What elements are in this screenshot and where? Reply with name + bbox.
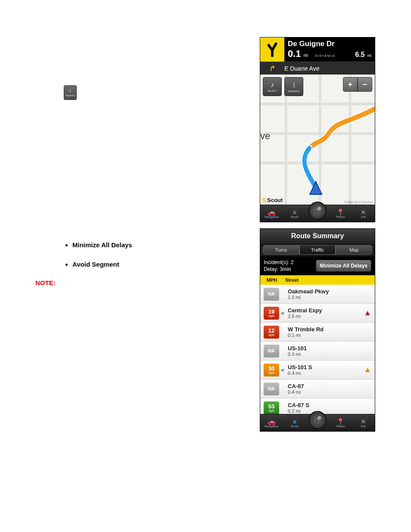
- segment-text: Oakmead Pkwy1.0 mi: [285, 288, 371, 300]
- minus-icon: −: [363, 80, 367, 89]
- nav-tabbar: 🚗Navigation ≡Route 🎤 📍Places ✕Exit: [260, 205, 375, 222]
- turn-right-icon: ↱: [260, 64, 284, 73]
- column-headers: MPH Street: [260, 275, 375, 285]
- traffic-label: TRAFFIC: [288, 90, 299, 93]
- bullet-minimize: Minimize All Delays: [72, 241, 132, 249]
- traffic-row[interactable]: 12mphW Trimble Rd0.1 mi: [260, 323, 375, 342]
- traffic-light-icon: ⁞: [69, 88, 71, 93]
- segment-text: Central Expy2.5 mi: [285, 307, 364, 319]
- mic-icon: 🎤: [313, 206, 322, 215]
- delay-text: Delay: 3min: [264, 266, 293, 273]
- trip-distance: 6.5: [355, 51, 364, 59]
- primary-unit: mi: [304, 53, 308, 58]
- music-label: MUSIC: [268, 90, 277, 92]
- pin-icon: 📍: [336, 418, 345, 425]
- fork-right-icon: [260, 37, 284, 62]
- segment-text: W Trimble Rd0.1 mi: [285, 326, 371, 338]
- trip-unit: mi: [367, 53, 372, 58]
- nav-header-primary: De Guigne Dr 0.1 mi DISTANCE 6.5 mi: [260, 37, 375, 62]
- speed-badge: 30mph: [264, 364, 279, 376]
- speed-badge: NA: [264, 345, 279, 358]
- note-label: NOTE:: [35, 279, 56, 286]
- speed-badge: 19mph: [264, 307, 279, 320]
- scout-logo-icon: S: [262, 196, 266, 204]
- pin-icon: 📍: [336, 209, 345, 215]
- seg-turns[interactable]: Turns: [263, 245, 299, 255]
- speed-badge: NA: [264, 288, 279, 301]
- nav-header-next: ↱ E Duane Ave: [260, 62, 375, 75]
- bullet-avoid: Avoid Segment: [72, 261, 132, 268]
- traffic-chip-label: TRAFFIC: [65, 94, 75, 97]
- traffic-row[interactable]: NAUS-1010.3 mi: [260, 342, 375, 361]
- zoom-in-button[interactable]: +: [343, 77, 358, 92]
- traffic-segment-list[interactable]: NAOakmead Pkwy1.0 mi19mph◀Central Expy2.…: [260, 285, 375, 414]
- primary-street: De Guigne Dr: [288, 40, 371, 48]
- tab-nav-label: Navigation: [265, 215, 279, 218]
- tab-navigation[interactable]: 🚗Navigation: [260, 418, 283, 428]
- segmented-control: Turns Traffic Map: [260, 243, 375, 256]
- traffic-row[interactable]: 19mph◀Central Expy2.5 mi▲: [260, 304, 375, 323]
- traffic-row[interactable]: NAOakmead Pkwy1.0 mi: [260, 285, 375, 304]
- tab-exit[interactable]: ✕Exit: [352, 418, 375, 428]
- tab-places-label: Places: [336, 425, 345, 428]
- minimize-delays-button[interactable]: Minimize All Delays: [316, 260, 371, 272]
- tab-route[interactable]: ≡Route: [283, 418, 306, 428]
- tab-route-label: Route: [290, 425, 299, 428]
- sound-icon: ◀: [279, 367, 285, 372]
- segment-text: US-1010.3 mi: [285, 345, 371, 357]
- brand-text: Scout: [267, 197, 283, 203]
- traffic-light-icon: ⁞: [293, 81, 295, 89]
- tab-exit[interactable]: ✕Exit: [352, 209, 375, 218]
- route-tabbar: 🚗Navigation ≡Route 🎤 📍Places ✕Exit: [260, 414, 375, 431]
- tab-exit-label: Exit: [361, 425, 366, 428]
- speed-badge: 53mph: [264, 401, 279, 414]
- seg-map[interactable]: Map: [336, 245, 372, 255]
- music-button[interactable]: ♪ MUSIC: [263, 77, 282, 96]
- bullet-list: Minimize All Delays Avoid Segment: [60, 241, 132, 280]
- tab-exit-label: Exit: [361, 215, 366, 218]
- traffic-row[interactable]: NACA-870.4 mi: [260, 380, 375, 398]
- tab-route-label: Route: [290, 215, 299, 218]
- col-mph: MPH: [260, 277, 283, 283]
- zoom-out-button[interactable]: −: [358, 77, 372, 92]
- tab-places-label: Places: [336, 215, 345, 218]
- traffic-icon-chip: ⁞ TRAFFIC: [64, 85, 77, 100]
- plus-icon: +: [348, 80, 353, 89]
- primary-distance: 0.1: [288, 48, 301, 59]
- tab-voice[interactable]: 🎤: [306, 417, 329, 429]
- route-summary-title: Route Summary: [260, 229, 375, 243]
- list-icon: ≡: [293, 418, 296, 425]
- segment-text: CA-870.4 mi: [285, 383, 371, 395]
- car-icon: 🚗: [268, 209, 276, 215]
- col-street: Street: [283, 277, 375, 283]
- traffic-row[interactable]: 30mph◀US-101 S0.4 mi▲: [260, 361, 375, 380]
- route-summary-screenshot: Route Summary Turns Traffic Map Incident…: [260, 228, 375, 432]
- tab-voice[interactable]: 🎤: [306, 208, 329, 220]
- close-icon: ✕: [361, 418, 366, 425]
- mic-icon: 🎤: [313, 416, 322, 424]
- nav-screenshot: De Guigne Dr 0.1 mi DISTANCE 6.5 mi ↱ E …: [260, 37, 375, 222]
- warning-icon: ▲: [364, 365, 371, 374]
- sound-icon: ◀: [279, 311, 285, 315]
- speed-badge: NA: [264, 383, 279, 395]
- distance-label: DISTANCE: [315, 54, 352, 58]
- tab-navigation[interactable]: 🚗Navigation: [260, 209, 283, 218]
- incidents-text: Incident(s): 2: [264, 259, 293, 266]
- map-label-fragment: ve: [260, 131, 270, 142]
- map-copyright: ©2006-2012 TomTom: [344, 201, 373, 204]
- segment-text: US-101 S0.4 mi: [285, 364, 364, 376]
- warning-icon: ▲: [364, 308, 371, 317]
- map-view[interactable]: ♪ MUSIC ⁞ TRAFFIC + − ve SScout ©2006-20…: [260, 75, 375, 222]
- tab-places[interactable]: 📍Places: [329, 209, 352, 218]
- list-icon: ≡: [293, 209, 296, 215]
- close-icon: ✕: [361, 209, 366, 215]
- traffic-status-bar: Incident(s): 2 Delay: 3min Minimize All …: [260, 256, 375, 275]
- tab-nav-label: Navigation: [265, 425, 279, 428]
- segment-text: CA-87 S0.2 mi: [285, 402, 371, 414]
- traffic-button[interactable]: ⁞ TRAFFIC: [284, 77, 303, 96]
- next-street: E Duane Ave: [284, 65, 319, 72]
- seg-traffic[interactable]: Traffic: [299, 245, 336, 255]
- tab-route[interactable]: ≡Route: [283, 209, 306, 218]
- tab-places[interactable]: 📍Places: [329, 418, 352, 428]
- speed-badge: 12mph: [264, 326, 279, 339]
